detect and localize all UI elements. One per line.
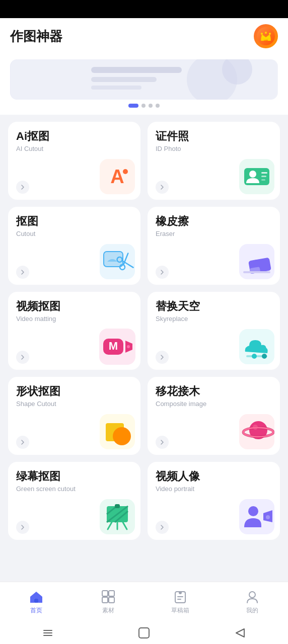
dot-4 xyxy=(156,104,160,108)
card-ai-cutout-title-en: AI Cutout xyxy=(16,145,132,153)
card-id-photo-title-en: ID Photo xyxy=(156,145,272,153)
status-bar xyxy=(0,0,288,18)
svg-point-0 xyxy=(257,27,275,45)
card-cutout[interactable]: 抠图 Cutout xyxy=(8,207,140,285)
card-skyreplace-icon xyxy=(239,329,275,365)
svg-rect-64 xyxy=(109,591,114,596)
svg-point-48 xyxy=(253,425,258,430)
chevron-right-icon xyxy=(159,524,165,530)
svg-rect-23 xyxy=(104,252,123,267)
profile-icon xyxy=(245,589,260,604)
chevron-right-icon xyxy=(159,439,165,445)
card-skyreplace-title-en: Skyreplace xyxy=(156,315,272,324)
chevron-right-icon xyxy=(20,524,26,530)
dot-3 xyxy=(149,104,153,108)
nav-draft[interactable]: 草稿箱 xyxy=(144,589,216,615)
card-green-screen[interactable]: 绿幕抠图 Green screen cutout xyxy=(8,462,140,540)
grid-row-1: Ai抠图 AI Cutout A 证件照 ID Photo xyxy=(8,122,280,200)
card-cutout-title-en: Cutout xyxy=(16,230,132,238)
android-menu-btn[interactable] xyxy=(41,626,55,640)
card-shape-cutout-arrow xyxy=(16,436,29,449)
card-video-portrait-title-cn: 视频人像 xyxy=(156,470,272,483)
draft-icon xyxy=(173,589,188,604)
card-eraser-icon xyxy=(239,244,275,280)
svg-point-4 xyxy=(269,33,271,35)
card-id-photo-title-cn: 证件照 xyxy=(156,130,272,143)
svg-rect-69 xyxy=(177,596,183,597)
grid-row-3: 视频抠图 Video matting M xyxy=(8,292,280,370)
svg-rect-65 xyxy=(102,597,108,603)
card-composite-title-en: Composite image xyxy=(156,400,272,409)
dot-2 xyxy=(141,104,146,108)
app-title: 作图神器 xyxy=(10,28,62,45)
card-green-screen-title-cn: 绿幕抠图 xyxy=(16,470,132,483)
android-back-btn[interactable] xyxy=(233,626,247,640)
card-ai-cutout-icon: A xyxy=(99,158,135,195)
card-shape-cutout-icon xyxy=(99,414,135,450)
banner-image[interactable] xyxy=(10,59,278,100)
nav-home-label: 首页 xyxy=(30,606,42,615)
card-video-portrait-title-en: Video portrait xyxy=(156,485,272,494)
circle-icon xyxy=(138,627,150,639)
card-green-screen-arrow xyxy=(16,521,29,534)
grid-row-5: 绿幕抠图 Green screen cutout xyxy=(8,462,280,540)
card-video-matting[interactable]: 视频抠图 Video matting M xyxy=(8,292,140,370)
svg-point-15 xyxy=(123,169,128,174)
svg-rect-19 xyxy=(261,172,267,174)
svg-text:A: A xyxy=(110,166,124,187)
chevron-right-icon xyxy=(20,354,26,360)
svg-point-43 xyxy=(113,427,131,445)
android-home-btn[interactable] xyxy=(137,626,151,640)
svg-rect-20 xyxy=(261,176,266,177)
card-shape-cutout-title-cn: 形状抠图 xyxy=(16,385,132,398)
card-eraser[interactable]: 橡皮擦 Eraser xyxy=(148,207,280,285)
card-eraser-arrow xyxy=(156,266,169,279)
nav-material[interactable]: 素材 xyxy=(72,589,144,615)
svg-rect-21 xyxy=(261,179,265,181)
svg-point-40 xyxy=(262,354,267,359)
back-icon xyxy=(234,627,246,639)
svg-point-61 xyxy=(266,515,270,519)
svg-rect-70 xyxy=(177,599,181,600)
card-video-matting-title-en: Video matting xyxy=(16,315,132,324)
svg-point-2 xyxy=(261,33,263,35)
card-video-matting-icon: M xyxy=(99,329,135,365)
card-ai-cutout[interactable]: Ai抠图 AI Cutout A xyxy=(8,122,140,200)
svg-point-39 xyxy=(252,354,257,359)
home-icon xyxy=(29,589,44,604)
card-cutout-title-cn: 抠图 xyxy=(16,215,132,228)
card-skyreplace[interactable]: 替换天空 Skyreplace xyxy=(148,292,280,370)
grid-row-2: 抠图 Cutout xyxy=(8,207,280,285)
card-id-photo[interactable]: 证件照 ID Photo xyxy=(148,122,280,200)
card-ai-cutout-arrow xyxy=(16,181,29,194)
svg-point-59 xyxy=(248,506,258,516)
nav-home[interactable]: 首页 xyxy=(0,589,72,615)
card-id-photo-icon xyxy=(239,158,275,195)
card-green-screen-icon xyxy=(99,499,135,535)
svg-rect-12 xyxy=(91,86,141,90)
banner-dots xyxy=(10,104,278,108)
nav-mine[interactable]: 我的 xyxy=(216,589,288,615)
svg-point-3 xyxy=(265,32,267,34)
card-id-photo-arrow xyxy=(156,181,169,194)
material-icon xyxy=(101,589,116,604)
chevron-right-icon xyxy=(20,439,26,445)
card-shape-cutout-title-en: Shape Cutout xyxy=(16,400,132,409)
card-video-matting-title-cn: 视频抠图 xyxy=(16,300,132,313)
card-skyreplace-title-cn: 替换天空 xyxy=(156,300,272,313)
card-skyreplace-arrow xyxy=(156,351,169,364)
svg-text:M: M xyxy=(109,340,118,352)
svg-rect-11 xyxy=(91,77,157,82)
svg-rect-31 xyxy=(243,271,270,273)
card-composite[interactable]: 移花接木 Composite image xyxy=(148,377,280,455)
card-video-portrait[interactable]: 视频人像 Video portrait xyxy=(148,462,280,540)
svg-rect-66 xyxy=(109,597,114,603)
chevron-right-icon xyxy=(159,184,165,190)
vip-button[interactable]: VIP xyxy=(254,24,278,48)
svg-text:VIP: VIP xyxy=(264,39,268,42)
card-shape-cutout[interactable]: 形状抠图 Shape Cutout xyxy=(8,377,140,455)
svg-marker-76 xyxy=(236,629,244,637)
card-eraser-title-cn: 橡皮擦 xyxy=(156,215,272,228)
nav-material-label: 素材 xyxy=(102,606,114,615)
main-content: Ai抠图 AI Cutout A 证件照 ID Photo xyxy=(0,115,288,582)
